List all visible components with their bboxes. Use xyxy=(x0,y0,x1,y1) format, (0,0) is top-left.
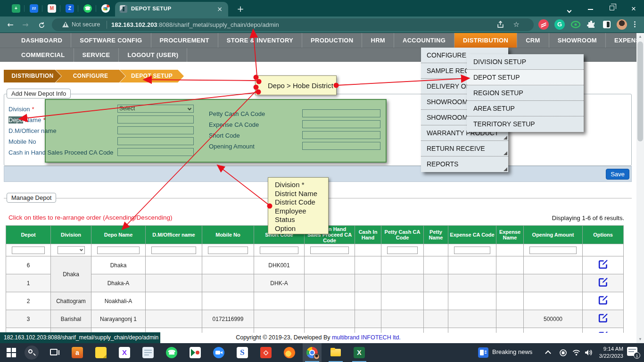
wifi-tray-icon[interactable] xyxy=(572,349,580,358)
not-secure-warning-icon[interactable] xyxy=(62,22,69,27)
nav-hrm[interactable]: HRM xyxy=(362,33,394,48)
menu-return-receive[interactable]: RETURN RECEIVE xyxy=(421,141,508,156)
edit-icon[interactable] xyxy=(597,295,609,306)
filter-opening-input[interactable] xyxy=(529,247,577,254)
start-button[interactable] xyxy=(6,347,17,358)
excel-icon[interactable]: X xyxy=(354,347,365,358)
filter-short-code-input[interactable] xyxy=(260,247,298,254)
share-icon[interactable] xyxy=(496,21,504,31)
edit-icon[interactable] xyxy=(597,259,609,270)
grammarly-icon[interactable]: G xyxy=(554,19,565,30)
edit-icon[interactable] xyxy=(597,313,609,324)
page-scrollbar[interactable]: ▲ ▼ xyxy=(636,33,644,343)
forward-button[interactable]: → xyxy=(20,19,31,31)
submenu-area-setup[interactable]: AREA SETUP xyxy=(467,101,584,116)
profile-avatar[interactable] xyxy=(617,19,627,30)
filter-dm-input[interactable] xyxy=(151,247,196,254)
breadcrumb-configure[interactable]: CONFIGURE xyxy=(56,70,125,82)
volume-tray-icon[interactable] xyxy=(585,349,593,358)
col-expense-name[interactable]: Expense Name xyxy=(496,226,524,244)
save-button[interactable]: Save xyxy=(606,169,629,180)
firefox-icon[interactable] xyxy=(284,347,295,358)
tray-clock[interactable]: 9:14 AM 3/22/2023 xyxy=(599,346,623,360)
task-view-button[interactable] xyxy=(49,347,60,358)
breadcrumb-depot-setup[interactable]: DEPOT SETUP xyxy=(120,70,184,82)
col-depo-name[interactable]: Depo Name xyxy=(91,226,146,244)
nav-crm[interactable]: CRM xyxy=(517,33,549,48)
col-petty-name[interactable]: Petty Name xyxy=(424,226,448,244)
bookmark-star-icon[interactable]: ☆ xyxy=(513,20,520,29)
nav-store-inventory[interactable]: STORE & INVENTORY xyxy=(218,33,302,48)
tab-close-icon[interactable]: × xyxy=(216,5,223,13)
filter-petty-ca-input[interactable] xyxy=(387,247,418,254)
file-explorer-icon[interactable] xyxy=(330,347,341,358)
nav-distribution[interactable]: DISTRIBUTION xyxy=(454,33,517,48)
nav-dashboard[interactable]: DASHBOARD xyxy=(13,33,71,48)
whatsapp-icon[interactable]: ☎ xyxy=(166,347,177,358)
nav-procurement[interactable]: PROCUREMENT xyxy=(151,33,218,48)
notification-center-icon[interactable]: 1 xyxy=(627,347,637,356)
tab-search-chevron-icon[interactable] xyxy=(562,6,576,15)
search-button[interactable] xyxy=(25,346,39,360)
url-text[interactable]: 182.163.102.203:8088/sharif_metal/supply… xyxy=(111,21,279,28)
nav-accounting[interactable]: ACCOUNTING xyxy=(394,33,454,48)
filter-cash-sales-input[interactable] xyxy=(310,247,349,254)
avro-keyboard-icon[interactable]: a xyxy=(72,347,83,358)
security-label[interactable]: Not secure xyxy=(72,21,100,28)
pinned-tab-whatsapp-icon[interactable]: ☎ xyxy=(83,4,92,13)
extension-red-icon[interactable] xyxy=(538,19,549,30)
nav-software-config[interactable]: SOFTWARE CONFIG xyxy=(71,33,151,48)
nav-showroom[interactable]: SHOWROOM xyxy=(549,33,606,48)
active-tab[interactable]: DEPOT SETUP × xyxy=(115,2,228,16)
scroll-down-icon[interactable]: ▼ xyxy=(636,336,644,343)
pinned-tab-gmail-icon[interactable]: M xyxy=(48,4,56,13)
minimize-button[interactable] xyxy=(583,5,597,14)
eye-extension-icon[interactable] xyxy=(570,19,581,30)
developer-link[interactable]: multibrand INFOTECH ltd. xyxy=(332,334,401,341)
filter-depo-name-input[interactable] xyxy=(97,247,140,254)
edit-icon[interactable] xyxy=(597,277,609,288)
extensions-puzzle-icon[interactable] xyxy=(586,19,596,30)
col-cash-in-hand[interactable]: Cash In Hand xyxy=(355,226,381,244)
col-dm-officer[interactable]: D.M/Officer name xyxy=(146,226,202,244)
chrome-icon[interactable] xyxy=(306,347,318,358)
pinned-tab-app-icon[interactable] xyxy=(101,4,110,13)
pinned-tab-zoho-icon[interactable]: Z xyxy=(66,4,74,13)
nav-logout[interactable]: LOGOUT (USER) xyxy=(119,48,187,62)
col-division[interactable]: Division xyxy=(51,226,91,244)
restore-button[interactable] xyxy=(605,4,619,13)
filter-division-select[interactable] xyxy=(58,246,85,254)
red-diamond-app-icon[interactable]: ◇ xyxy=(260,347,272,358)
filter-expense-ca-input[interactable] xyxy=(454,247,490,254)
close-window-button[interactable]: × xyxy=(627,4,641,13)
filter-depot-input[interactable] xyxy=(12,247,45,254)
address-bar[interactable]: Not secure 182.163.102.203:8088/sharif_m… xyxy=(52,18,534,31)
contrast-square-icon[interactable] xyxy=(602,19,612,30)
pinned-tab-calendar-icon[interactable]: 22 xyxy=(30,4,38,13)
back-button[interactable]: ← xyxy=(5,19,16,31)
submenu-depot-setup[interactable]: DEPOT SETUP xyxy=(467,70,584,85)
browser-menu-kebab-icon[interactable] xyxy=(634,20,636,29)
pinned-tab-sheets-icon[interactable]: + xyxy=(12,4,20,13)
scroll-up-icon[interactable]: ▲ xyxy=(636,33,644,41)
col-opening[interactable]: Opening Amount xyxy=(524,226,583,244)
nav-expense[interactable]: EXPENSE xyxy=(606,33,636,48)
col-expense-ca[interactable]: Expense CA Code xyxy=(448,226,496,244)
nav-production[interactable]: PRODUCTION xyxy=(302,33,362,48)
col-petty-ca[interactable]: Petty Cash CA Code xyxy=(381,226,424,244)
col-mobile[interactable]: Mobile No xyxy=(202,226,254,244)
news-widget-icon[interactable] xyxy=(478,347,488,358)
news-widget-label[interactable]: Breaking news xyxy=(492,348,532,355)
s-app-icon[interactable]: S xyxy=(237,347,248,358)
notepad-icon[interactable] xyxy=(142,347,154,358)
bijoy-icon[interactable] xyxy=(190,347,201,358)
nav-service[interactable]: SERVICE xyxy=(74,48,119,62)
submenu-territory-setup[interactable]: TERRITORY SETUP xyxy=(467,116,584,132)
filter-mobile-input[interactable] xyxy=(208,247,248,254)
zoom-icon[interactable] xyxy=(213,347,224,358)
submenu-division-setup[interactable]: DIVISION SETUP xyxy=(467,54,584,70)
new-tab-button[interactable]: + xyxy=(235,4,246,15)
teams-tray-icon[interactable] xyxy=(559,349,567,359)
tray-expand-chevron-icon[interactable] xyxy=(545,350,551,356)
col-depot[interactable]: Depot xyxy=(6,226,51,244)
